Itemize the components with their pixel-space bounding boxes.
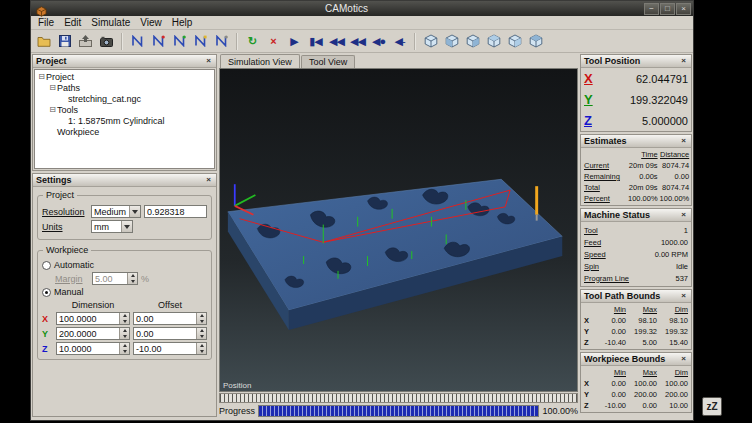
close-button[interactable]: ×	[676, 3, 691, 15]
position-slider[interactable]	[219, 393, 578, 403]
stop-simulation-button[interactable]: ×	[263, 31, 284, 51]
toggle-surface-button[interactable]	[190, 31, 211, 51]
toggle-toolpath-button[interactable]	[127, 31, 148, 51]
view-front-button[interactable]	[441, 31, 462, 51]
project-panel-header[interactable]: Project ×	[33, 55, 216, 68]
y-offset-spinner[interactable]: 0.00	[133, 327, 207, 340]
manual-radio[interactable]	[42, 288, 51, 297]
cube-left-icon	[487, 34, 501, 48]
view-left-button[interactable]	[483, 31, 504, 51]
rewind-button[interactable]: ◀◀	[347, 31, 368, 51]
menu-edit[interactable]: Edit	[59, 17, 86, 28]
screenshot-button[interactable]	[96, 31, 117, 51]
save-project-button[interactable]	[54, 31, 75, 51]
tree-item-workpiece[interactable]: Workpiece	[35, 126, 214, 137]
margin-unit: %	[141, 274, 149, 284]
margin-spinner[interactable]: 5.00	[92, 272, 138, 285]
workpiece-bounds-header[interactable]: Workpiece Bounds ×	[581, 353, 691, 366]
menu-file[interactable]: File	[33, 17, 59, 28]
expander-icon[interactable]: ⊟	[48, 83, 57, 92]
view-isometric-button[interactable]	[420, 31, 441, 51]
fast-rewind-button[interactable]: ◀◀	[326, 31, 347, 51]
spinner-buttons[interactable]	[119, 343, 129, 354]
tool-path-bounds-title: Tool Path Bounds	[584, 291, 660, 301]
offset-header: Offset	[133, 300, 207, 310]
menu-simulate[interactable]: Simulate	[86, 17, 135, 28]
estimates-panel: Estimates × Time Distance Current 20m 09…	[580, 134, 692, 206]
tool-position-header[interactable]: Tool Position ×	[581, 55, 691, 68]
z-dimension-spinner[interactable]: 10.0000	[56, 342, 130, 355]
y-dim: 199.32	[659, 327, 688, 336]
close-icon[interactable]: ×	[204, 176, 213, 184]
units-select[interactable]: mm	[91, 220, 133, 233]
jump-start-button[interactable]: ▮◀	[305, 31, 326, 51]
view-back-button[interactable]	[462, 31, 483, 51]
folder-open-icon	[37, 35, 51, 47]
workpiece-settings-group: Workpiece Automatic Margin 5.00 %	[37, 250, 212, 360]
estimates-header[interactable]: Estimates ×	[581, 135, 691, 148]
maximize-button[interactable]: □	[660, 3, 675, 15]
close-icon[interactable]: ×	[679, 211, 688, 219]
x-dimension-spinner[interactable]: 100.0000	[56, 312, 130, 325]
expander-icon[interactable]: ⊟	[48, 105, 57, 114]
slow-back-button[interactable]: ◀-	[389, 31, 410, 51]
machine-status-header[interactable]: Machine Status ×	[581, 209, 691, 222]
automatic-radio[interactable]	[42, 261, 51, 270]
step-back-button[interactable]: ◀●	[368, 31, 389, 51]
z-dim: 10.00	[659, 401, 688, 410]
view-right-button[interactable]	[504, 31, 525, 51]
spinner-buttons[interactable]	[196, 313, 206, 324]
tab-tool-view[interactable]: Tool View	[301, 55, 355, 68]
close-icon[interactable]: ×	[679, 137, 688, 145]
tree-label: 1: 1.5875mm Cylindrical	[68, 116, 165, 126]
open-project-button[interactable]	[33, 31, 54, 51]
expander-icon[interactable]: ⊟	[37, 72, 46, 81]
close-icon[interactable]: ×	[679, 57, 688, 65]
z-max: 0.00	[628, 401, 657, 410]
y-dimension-spinner[interactable]: 200.0000	[56, 327, 130, 340]
settings-panel-header[interactable]: Settings ×	[33, 174, 216, 187]
simulation-3d-view[interactable]	[220, 69, 577, 391]
close-icon[interactable]: ×	[204, 57, 213, 65]
export-button[interactable]	[75, 31, 96, 51]
reload-simulation-button[interactable]: ↻	[242, 31, 263, 51]
tree-item-project[interactable]: ⊟Project	[35, 71, 214, 82]
x-offset-spinner[interactable]: 0.00	[133, 312, 207, 325]
close-icon[interactable]: ×	[679, 355, 688, 363]
view-top-button[interactable]	[525, 31, 546, 51]
workpiece-bounds-title: Workpiece Bounds	[584, 354, 665, 364]
chevron-down-icon[interactable]	[129, 206, 140, 217]
toggle-tool-button[interactable]	[148, 31, 169, 51]
tool-path-bounds-header[interactable]: Tool Path Bounds ×	[581, 290, 691, 303]
z-min: -10.40	[597, 338, 626, 347]
chevron-down-icon[interactable]	[121, 221, 132, 232]
close-icon[interactable]: ×	[679, 292, 688, 300]
resolution-field[interactable]: 0.928318	[144, 205, 207, 218]
spinner-buttons[interactable]	[196, 328, 206, 339]
sleep-indicator[interactable]: zZ	[702, 397, 722, 416]
tree-item-tools[interactable]: ⊟Tools	[35, 104, 214, 115]
simulation-viewport[interactable]: Position	[219, 68, 578, 392]
resolution-select[interactable]: Medium	[91, 205, 141, 218]
menu-help[interactable]: Help	[167, 17, 198, 28]
toolbar-separator	[414, 33, 416, 50]
window-title: CAMotics	[50, 3, 643, 14]
margin-label: Margin	[55, 274, 89, 284]
spinner-buttons[interactable]	[127, 273, 137, 284]
tree-item-ngc-file[interactable]: stretching_cat.ngc	[35, 93, 214, 104]
toggle-grid-button[interactable]	[211, 31, 232, 51]
spinner-buttons[interactable]	[119, 313, 129, 324]
spinner-buttons[interactable]	[196, 343, 206, 354]
toggle-workpiece-button[interactable]	[169, 31, 190, 51]
menu-view[interactable]: View	[135, 17, 167, 28]
tree-item-paths[interactable]: ⊟Paths	[35, 82, 214, 93]
z-offset-spinner[interactable]: -10.00	[133, 342, 207, 355]
minimize-button[interactable]: −	[644, 3, 659, 15]
title-bar[interactable]: CAMotics − □ ×	[31, 1, 693, 16]
axis-y-label: Y	[584, 92, 599, 107]
play-button[interactable]: ▶	[284, 31, 305, 51]
slow-back-icon: ◀-	[394, 36, 404, 47]
tree-item-tool-1[interactable]: 1: 1.5875mm Cylindrical	[35, 115, 214, 126]
tab-simulation-view[interactable]: Simulation View	[220, 54, 300, 68]
spinner-buttons[interactable]	[119, 328, 129, 339]
